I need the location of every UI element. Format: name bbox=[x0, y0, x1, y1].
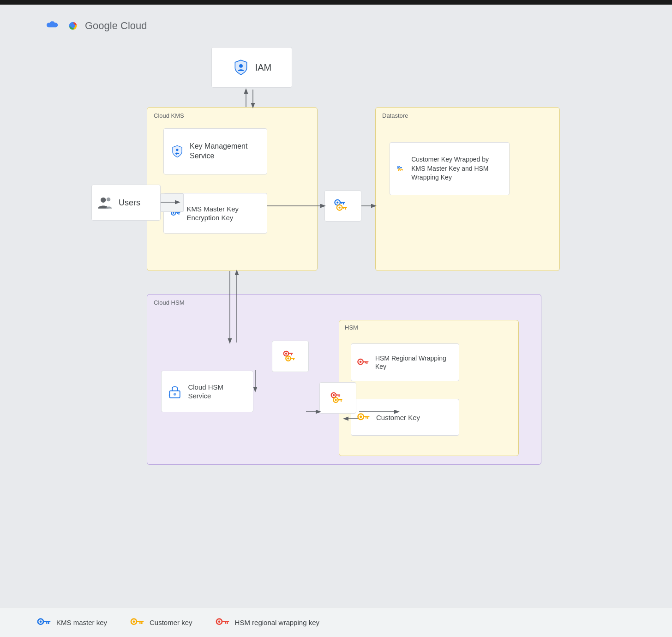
svg-rect-40 bbox=[363, 416, 370, 418]
svg-rect-36 bbox=[366, 362, 367, 364]
svg-rect-9 bbox=[179, 213, 180, 215]
svg-point-39 bbox=[360, 415, 362, 418]
google-cloud-logo: Google Cloud bbox=[46, 18, 672, 33]
customer-key-wrapped-label: Customer Key Wrapped by KMS Master Key a… bbox=[411, 155, 503, 182]
svg-rect-20 bbox=[401, 170, 402, 170]
svg-point-17 bbox=[399, 169, 400, 170]
svg-point-7 bbox=[173, 212, 174, 214]
svg-rect-79 bbox=[136, 621, 144, 622]
legend-hsm-key-label: HSM regional wrapping key bbox=[235, 619, 319, 626]
svg-rect-75 bbox=[48, 622, 49, 624]
legend: KMS master key Customer key HSM region bbox=[0, 607, 672, 637]
mid-key-icon bbox=[333, 196, 353, 216]
kms-service-box: Key Management Service bbox=[163, 128, 267, 174]
svg-rect-51 bbox=[290, 358, 295, 359]
svg-rect-18 bbox=[401, 169, 403, 170]
legend-hsm-key: HSM regional wrapping key bbox=[216, 618, 319, 627]
svg-point-46 bbox=[285, 353, 288, 355]
datastore-label: Datastore bbox=[382, 112, 408, 119]
customer-key-label: Customer Key bbox=[376, 414, 420, 421]
svg-point-50 bbox=[287, 357, 289, 360]
legend-kms-master-key-label: KMS master key bbox=[56, 619, 107, 626]
kms-service-shield-icon bbox=[170, 143, 184, 160]
legend-kms-master-key: KMS master key bbox=[37, 618, 107, 627]
svg-rect-10 bbox=[177, 213, 178, 214]
customer-key-box: Customer Key bbox=[351, 399, 459, 436]
gc-multicolor-icon bbox=[66, 18, 80, 33]
mid-key-icon-box bbox=[324, 190, 361, 222]
svg-rect-55 bbox=[336, 395, 341, 396]
cloud-hsm-region: Cloud HSM HSM HSM Regional Wrapping Key bbox=[147, 294, 541, 465]
iam-label: IAM bbox=[255, 62, 272, 73]
google-cloud-logo-icon bbox=[46, 20, 61, 32]
legend-customer-key-label: Customer key bbox=[150, 619, 192, 626]
svg-point-73 bbox=[40, 620, 42, 623]
svg-rect-47 bbox=[288, 353, 293, 354]
svg-point-24 bbox=[336, 201, 338, 203]
svg-rect-19 bbox=[402, 170, 402, 171]
svg-rect-84 bbox=[222, 621, 229, 622]
iam-shield-icon bbox=[232, 59, 250, 76]
hsm-key-upper-icon bbox=[282, 348, 299, 365]
hsm-wrapping-key-label: HSM Regional Wrapping Key bbox=[375, 354, 453, 371]
svg-rect-41 bbox=[367, 417, 369, 419]
legend-customer-key-icon bbox=[130, 618, 145, 627]
hsm-key-lower-icon bbox=[330, 390, 346, 406]
cloud-kms-region: Cloud KMS Key Management Service bbox=[147, 107, 318, 271]
hsm-key-upper-box bbox=[272, 341, 309, 372]
users-icon bbox=[97, 196, 113, 210]
svg-rect-15 bbox=[400, 167, 401, 168]
svg-rect-42 bbox=[366, 417, 367, 419]
svg-rect-25 bbox=[340, 202, 345, 203]
legend-kms-key-icon bbox=[37, 618, 52, 627]
svg-rect-59 bbox=[337, 399, 342, 400]
svg-rect-86 bbox=[225, 622, 226, 624]
kms-master-key-label: KMS Master Key Encryption Key bbox=[186, 204, 260, 222]
users-label: Users bbox=[119, 198, 140, 208]
svg-rect-13 bbox=[400, 167, 402, 167]
svg-point-29 bbox=[338, 206, 340, 208]
svg-rect-81 bbox=[139, 622, 141, 624]
svg-point-12 bbox=[398, 167, 399, 168]
svg-point-54 bbox=[333, 394, 335, 397]
top-bar bbox=[0, 0, 672, 5]
svg-point-3 bbox=[176, 149, 179, 151]
svg-rect-52 bbox=[293, 359, 294, 360]
svg-rect-35 bbox=[363, 361, 369, 362]
cloud-hsm-label: Cloud HSM bbox=[154, 299, 184, 306]
svg-rect-27 bbox=[341, 203, 342, 204]
kms-service-label: Key Management Service bbox=[190, 142, 260, 161]
svg-rect-30 bbox=[342, 207, 347, 208]
svg-rect-32 bbox=[343, 208, 344, 209]
svg-rect-14 bbox=[401, 167, 402, 168]
svg-rect-85 bbox=[227, 622, 228, 624]
svg-point-58 bbox=[335, 399, 337, 401]
svg-point-78 bbox=[133, 620, 135, 623]
svg-point-34 bbox=[360, 361, 362, 363]
cloud-hsm-service-box: Cloud HSM Service bbox=[161, 371, 253, 412]
svg-rect-60 bbox=[341, 400, 342, 402]
customer-key-wrapped-box: Customer Key Wrapped by KMS Master Key a… bbox=[390, 142, 510, 195]
customer-key-wrapped-icon bbox=[396, 159, 406, 179]
hsm-wrapping-key-box: HSM Regional Wrapping Key bbox=[351, 343, 459, 381]
svg-point-21 bbox=[101, 198, 106, 203]
svg-rect-31 bbox=[345, 208, 346, 210]
iam-box: IAM bbox=[211, 47, 292, 88]
legend-customer-key: Customer key bbox=[130, 618, 192, 627]
users-connector bbox=[161, 193, 184, 212]
logo-text: Google Cloud bbox=[85, 20, 147, 32]
svg-rect-26 bbox=[343, 203, 344, 204]
svg-rect-74 bbox=[43, 621, 50, 622]
svg-point-22 bbox=[107, 198, 111, 202]
cloud-kms-label: Cloud KMS bbox=[154, 112, 184, 119]
svg-point-2 bbox=[239, 64, 243, 68]
hsm-region: HSM HSM Regional Wrapping Key bbox=[339, 320, 519, 456]
svg-point-83 bbox=[218, 620, 220, 623]
hsm-wrapping-key-icon bbox=[357, 357, 370, 367]
legend-hsm-key-icon bbox=[216, 618, 230, 627]
users-box: Users bbox=[91, 185, 161, 221]
cloud-hsm-service-label: Cloud HSM Service bbox=[188, 383, 247, 401]
svg-rect-8 bbox=[175, 212, 180, 213]
hsm-label: HSM bbox=[345, 324, 358, 331]
cloud-hsm-service-icon bbox=[167, 384, 182, 399]
